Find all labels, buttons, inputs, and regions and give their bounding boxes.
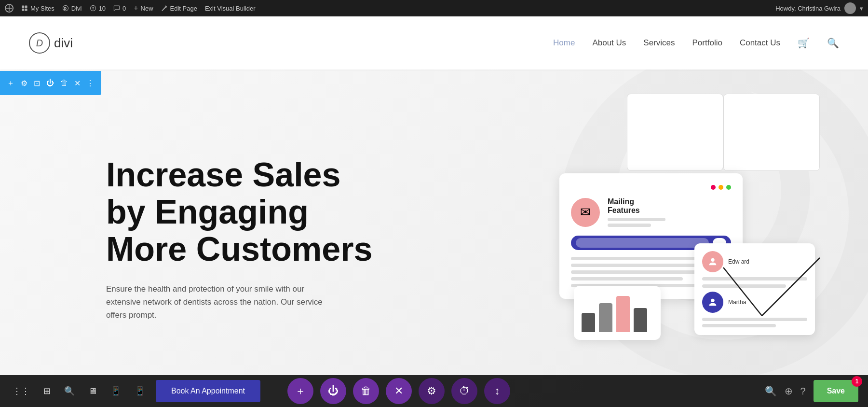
- divi-item[interactable]: D Divi: [62, 5, 82, 12]
- hero-text-block: Increase Sales by Engaging More Customer…: [106, 156, 372, 341]
- add-section-icon[interactable]: ＋: [5, 76, 16, 90]
- uline2: [702, 284, 786, 288]
- nav-contact[interactable]: Contact Us: [740, 38, 780, 48]
- edit-page-item[interactable]: Edit Page: [161, 5, 197, 12]
- nav-services[interactable]: Services: [643, 38, 675, 48]
- bar3: [616, 296, 630, 332]
- my-sites-label: My Sites: [30, 5, 54, 12]
- action-icons-group: ＋ ⏻ 🗑 ✕ ⚙ ⏱ ↕: [287, 378, 510, 404]
- search-icon[interactable]: 🔍: [827, 37, 839, 49]
- new-label: New: [141, 5, 153, 12]
- edward-row: Edw ard: [702, 251, 807, 272]
- mailing-title: Mailing: [608, 197, 665, 206]
- svg-text:D: D: [64, 7, 66, 10]
- save-label: Save: [827, 387, 845, 395]
- nav-portfolio[interactable]: Portfolio: [692, 38, 722, 48]
- dot-yellow: [719, 185, 723, 190]
- save-button[interactable]: Save 1: [814, 380, 858, 402]
- my-sites-item[interactable]: My Sites: [21, 5, 54, 12]
- hero-title-line2: by Engaging: [106, 193, 309, 231]
- counter-label: 10: [99, 5, 106, 12]
- edward-avatar: [702, 251, 723, 272]
- hero-title: Increase Sales by Engaging More Customer…: [106, 156, 372, 268]
- logo-circle: D: [29, 32, 50, 54]
- save-badge: 1: [852, 376, 862, 387]
- duplicate-icon[interactable]: ⊡: [32, 77, 42, 90]
- page-wrapper: D divi Home About Us Services Portfolio …: [0, 16, 868, 407]
- builder-desktop-icon[interactable]: 🖥: [85, 383, 100, 399]
- builder-tablet-icon[interactable]: 📱: [108, 383, 124, 399]
- line1: [608, 218, 665, 221]
- uline3: [702, 318, 807, 321]
- exit-vb-label: Exit Visual Builder: [205, 5, 256, 12]
- svg-point-10: [711, 258, 714, 262]
- cline3: [571, 270, 715, 274]
- howdy-label: Howdy, Christina Gwira: [775, 5, 841, 12]
- action-sort[interactable]: ↕: [484, 378, 510, 404]
- martha-name: Martha: [728, 299, 746, 306]
- bar2: [599, 303, 612, 332]
- hero-title-line1: Increase Sales: [106, 156, 340, 194]
- builder-right: 🔍 ⊕ ? Save 1: [765, 380, 859, 402]
- builder-grid-icon[interactable]: ⊞: [41, 383, 54, 399]
- mailing-info: Mailing Features: [608, 197, 665, 227]
- action-add[interactable]: ＋: [287, 378, 313, 404]
- action-time[interactable]: ⏱: [451, 378, 477, 404]
- delete-icon[interactable]: 🗑: [58, 77, 70, 89]
- user-card: Edw ard Martha: [694, 243, 815, 335]
- builder-bar: ⋮⋮ ⊞ 🔍 🖥 📱 📱 Book An Appointment ＋ ⏻ 🗑 ✕…: [0, 375, 868, 407]
- builder-search-right-icon[interactable]: 🔍: [765, 385, 777, 397]
- divi-label: Divi: [71, 5, 82, 12]
- builder-layers-icon[interactable]: ⊕: [785, 385, 793, 397]
- chart-card: [574, 286, 661, 340]
- comments-item[interactable]: 0: [113, 5, 126, 12]
- svg-rect-2: [25, 5, 27, 8]
- cart-icon[interactable]: 🛒: [798, 37, 810, 49]
- action-power[interactable]: ⏻: [320, 378, 346, 404]
- site-logo[interactable]: D divi: [29, 32, 73, 54]
- builder-dots-icon[interactable]: ⋮⋮: [10, 383, 33, 399]
- close-icon[interactable]: ✕: [72, 77, 82, 90]
- svg-rect-3: [22, 9, 24, 11]
- dot-green: [726, 185, 731, 190]
- builder-mobile-icon[interactable]: 📱: [132, 383, 148, 399]
- mailing-lines: [608, 218, 665, 227]
- new-item[interactable]: + New: [134, 4, 153, 13]
- user-avatar[interactable]: [844, 2, 856, 14]
- illustration-box-left: [627, 94, 723, 171]
- dot-red: [711, 185, 716, 190]
- illustration-box-right: [723, 94, 820, 171]
- wp-logo[interactable]: [5, 4, 14, 13]
- nav-about[interactable]: About Us: [592, 38, 626, 48]
- svg-rect-4: [25, 9, 27, 11]
- builder-help-icon[interactable]: ?: [800, 386, 806, 397]
- nav-home[interactable]: Home: [553, 38, 575, 48]
- uline1: [702, 277, 807, 281]
- more-icon[interactable]: ⋮: [84, 77, 96, 90]
- mailing-subtitle: Features: [608, 206, 665, 215]
- cline2: [571, 264, 699, 267]
- admin-bar: My Sites D Divi 10 0 + New Edit Page Exi…: [0, 0, 868, 16]
- action-close[interactable]: ✕: [386, 378, 412, 404]
- traffic-dots: [571, 185, 731, 190]
- uline4: [702, 324, 776, 327]
- martha-row: Martha: [702, 292, 807, 313]
- divi-section-toolbar: ＋ ⚙ ⊡ ⏻ 🗑 ✕ ⋮: [0, 71, 101, 95]
- action-delete[interactable]: 🗑: [353, 378, 379, 404]
- exit-vb-item[interactable]: Exit Visual Builder: [205, 5, 256, 12]
- edit-page-label: Edit Page: [170, 5, 197, 12]
- cline4: [571, 277, 683, 281]
- bar1: [582, 313, 595, 332]
- update-counter[interactable]: 10: [90, 5, 106, 12]
- user-menu-arrow[interactable]: ▾: [860, 5, 863, 12]
- disable-icon[interactable]: ⏻: [44, 77, 56, 89]
- svg-point-11: [711, 299, 714, 302]
- settings-icon[interactable]: ⚙: [19, 77, 29, 90]
- builder-search-icon[interactable]: 🔍: [61, 383, 78, 399]
- book-appointment-button[interactable]: Book An Appointment: [156, 380, 260, 402]
- line2: [608, 224, 651, 227]
- action-settings[interactable]: ⚙: [419, 378, 445, 404]
- svg-rect-1: [22, 5, 24, 8]
- logo-text: divi: [54, 36, 73, 51]
- mail-icon: ✉: [571, 198, 600, 227]
